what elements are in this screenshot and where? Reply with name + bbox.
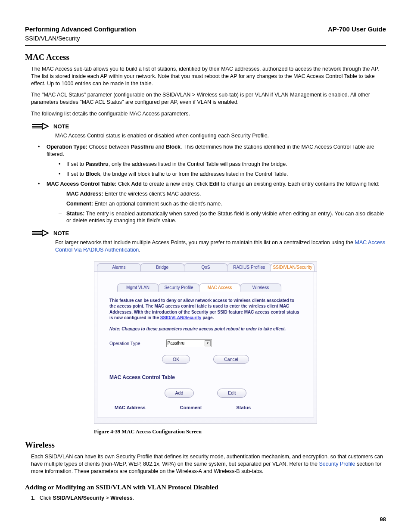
ui-button-row-1: OK Cancel: [109, 355, 302, 364]
col-mac-address: MAC Address: [115, 404, 146, 411]
col-status: Status: [236, 404, 251, 411]
note-label-2: NOTE: [53, 230, 69, 237]
ui-inner-panel: Mgmt VLAN Security Profile MAC Access Wi…: [97, 272, 314, 417]
subtab-security-profile[interactable]: Security Profile: [158, 283, 199, 292]
col-comment: Comment: [180, 404, 202, 411]
header-subtitle: SSID/VLAN/Security: [25, 34, 386, 43]
ui-sub-tabs: Mgmt VLAN Security Profile MAC Access Wi…: [109, 280, 302, 292]
note-arrow-icon: [31, 123, 49, 130]
ui-button-row-2: Add Edit: [109, 389, 302, 397]
section-wireless-title: Wireless: [25, 439, 386, 451]
tab-ssid-vlan-security[interactable]: SSID/VLAN/Security: [271, 263, 314, 271]
ui-link-ssid-vlan[interactable]: SSID/VLAN/Security: [160, 315, 202, 320]
mac-access-paragraph-1: The MAC Access sub-tab allows you to bui…: [31, 65, 386, 87]
ui-reboot-note: Note: Changes to these parameters requir…: [109, 326, 302, 332]
tab-bridge[interactable]: Bridge: [140, 263, 184, 271]
note-text-1: MAC Access Control status is enabled or …: [55, 132, 386, 140]
mac-access-paragraph-3: The following list details the configura…: [31, 110, 386, 118]
param-op-passthru: If set to Passthru, only the addresses l…: [56, 161, 386, 168]
param-op-block: If set to Block, the bridge will block t…: [56, 171, 386, 178]
figure-caption: Figure 4-39 MAC Access Configuration Scr…: [94, 428, 317, 436]
subsection-add-modify-title: Adding or Modifying an SSID/VLAN with VL…: [25, 483, 386, 492]
ui-top-tabs: Alarms Bridge QoS RADIUS Profiles SSID/V…: [94, 262, 317, 272]
tab-qos[interactable]: QoS: [184, 263, 228, 271]
note-arrow-icon: [31, 230, 49, 236]
ui-description: This feature can be used to deny or allo…: [109, 298, 302, 321]
note-text-2: For larger networks that include multipl…: [55, 239, 386, 254]
header-rule: [25, 45, 386, 46]
chevron-down-icon: ▾: [205, 340, 211, 346]
ui-operation-type-row: Operation Type Passthru ▾: [109, 339, 302, 347]
note-label-1: NOTE: [53, 123, 69, 131]
step-1: Click SSID/VLAN/Security > Wireless.: [37, 495, 386, 502]
steps-list: Click SSID/VLAN/Security > Wireless.: [37, 495, 386, 502]
parameter-list: Operation Type: Choose between Passthru …: [35, 143, 386, 224]
note-block-1: NOTE: [31, 123, 386, 131]
param-mac-address: MAC Address: Enter the wireless client's…: [56, 190, 386, 198]
ui-panel: Alarms Bridge QoS RADIUS Profiles SSID/V…: [94, 261, 317, 424]
ui-operation-type-label: Operation Type: [109, 340, 140, 346]
ui-table-heading: MAC Access Control Table: [109, 374, 302, 381]
ui-table-columns: MAC Address Comment Status: [109, 404, 302, 411]
subtab-wireless[interactable]: Wireless: [240, 283, 281, 292]
link-security-profile[interactable]: Security Profile: [319, 461, 355, 467]
tab-alarms[interactable]: Alarms: [97, 263, 141, 271]
param-mac-table: MAC Access Control Table: Click Add to c…: [35, 180, 386, 224]
cancel-button[interactable]: Cancel: [213, 355, 249, 364]
header-title-right: AP-700 User Guide: [328, 25, 386, 34]
figure-mac-access-screen: Alarms Bridge QoS RADIUS Profiles SSID/V…: [94, 261, 317, 436]
header-title-left: Performing Advanced Configuration: [25, 25, 136, 34]
param-mac-lead: MAC Access Control Table:: [47, 181, 117, 187]
mac-access-paragraph-2: The "MAC ACL Status" parameter (configur…: [31, 91, 386, 106]
ok-button[interactable]: OK: [162, 355, 190, 364]
ui-operation-type-value: Passthru: [168, 340, 184, 346]
page-header: Performing Advanced Configuration AP-700…: [25, 25, 386, 34]
section-mac-access-title: MAC Access: [25, 52, 386, 63]
param-mac-comment: Comment: Enter an optional comment such …: [56, 200, 386, 208]
param-op-lead: Operation Type:: [47, 144, 87, 150]
param-mac-status: Status: The entry is enabled automatical…: [56, 210, 386, 225]
ui-operation-type-select[interactable]: Passthru ▾: [166, 339, 212, 347]
add-button[interactable]: Add: [165, 389, 194, 397]
subtab-mgmt-vlan[interactable]: Mgmt VLAN: [117, 283, 159, 292]
param-operation-type: Operation Type: Choose between Passthru …: [35, 143, 386, 178]
wireless-paragraph: Each SSID/VLAN can have its own Security…: [31, 453, 386, 475]
subtab-mac-access[interactable]: MAC Access: [199, 283, 240, 292]
note-block-2: NOTE: [31, 230, 386, 237]
page-number: 98: [25, 516, 386, 523]
edit-button[interactable]: Edit: [217, 389, 246, 397]
footer-rule: [25, 512, 386, 512]
tab-radius-profiles[interactable]: RADIUS Profiles: [227, 263, 271, 271]
